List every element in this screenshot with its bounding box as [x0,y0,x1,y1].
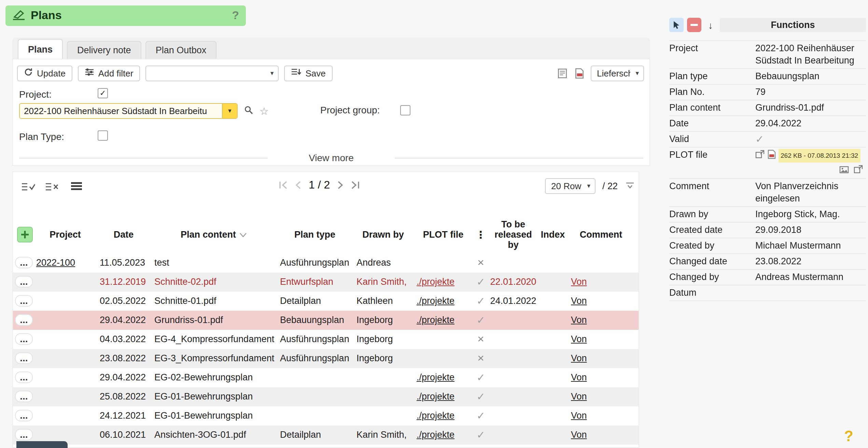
pdf-icon[interactable] [768,149,776,162]
preview-image-icon[interactable] [839,165,849,177]
table-row[interactable]: ... 04.03.2022 EG-4_Kompressorfundament … [13,330,639,349]
tab-plan-outbox[interactable]: Plan Outbox [145,41,217,59]
comment-link[interactable]: Von [571,391,587,402]
plot-file-link[interactable]: ./projekte [417,277,454,287]
tab-delivery-note[interactable]: Delivery note [67,41,141,59]
cell-date: 06.10.2021 [96,425,151,445]
col-header-project[interactable]: Project [34,216,96,253]
table-row[interactable]: ... 29.04.2022 Grundriss-01.pdf Bebauung… [13,311,639,330]
table-row[interactable]: ... 2022-100 11.05.2023 test Ausführungs… [13,253,639,272]
table-row[interactable]: ... 31.12.2019 Schnitte-02.pdf Entwurfsp… [13,272,639,292]
cell-drawn-by: Ingeborg [353,311,413,330]
row-menu-button[interactable]: ... [15,371,33,383]
save-button[interactable]: Save [284,65,332,81]
plot-file-link[interactable]: ./projekte [417,391,454,402]
field-created-by: Created by Michael Mustermann [669,238,866,254]
project-filter-checkbox[interactable]: ✓ [98,88,108,98]
release-status-icon: ✓ [476,368,485,387]
details-fields: Project 2022-100 Reihenhäuser Südstadt I… [669,40,866,301]
cell-to-be-released-by [488,425,538,445]
cell-plan-content: EG-01-Bewehrungsplan [151,387,277,406]
first-page-icon[interactable] [278,180,288,190]
comment-link[interactable]: Von [571,277,587,287]
table-row[interactable]: ... 25.08.2022 EG-01-Bewehrungsplan ./pr… [13,387,639,406]
add-filter-button[interactable]: Add filter [78,65,140,81]
comment-link[interactable]: Von [571,410,587,421]
cell-index [538,349,568,368]
plot-file-link[interactable]: ./projekte [417,372,454,382]
comment-link[interactable]: Von [571,296,587,306]
project-group-checkbox[interactable] [400,105,410,115]
saved-filter-select[interactable]: ▼ [145,65,279,81]
header-help-icon[interactable]: ? [232,9,239,23]
row-menu-button[interactable]: ... [15,429,33,440]
row-menu-button[interactable]: ... [15,409,33,421]
row-menu-button[interactable]: ... [15,276,33,287]
select-rows-icon[interactable] [21,182,36,194]
favorite-star-icon[interactable]: ☆ [260,106,269,116]
tab-plans[interactable]: Plans [18,39,63,59]
view-more-link[interactable]: View more [309,152,354,163]
comment-link[interactable]: Von [571,353,587,363]
row-menu-button[interactable]: ... [15,295,33,306]
table-row[interactable]: ... 24.12.2021 EG-01-Bewehrungsplan ./pr… [13,406,639,425]
functions-header[interactable]: Functions [720,18,866,32]
row-menu-button[interactable]: ... [15,352,33,364]
plot-file-link[interactable]: ./projekte [417,315,454,325]
combobox-dropdown-button[interactable]: ▼ [222,104,237,118]
comment-link[interactable]: Von [571,372,587,382]
last-page-icon[interactable] [350,180,361,190]
col-header-plan-content[interactable]: Plan content [151,216,277,253]
col-header-plan-type[interactable]: Plan type [277,216,353,253]
search-icon[interactable] [244,105,253,117]
page-title: Plans [31,9,62,23]
plot-file-link[interactable]: ./projekte [417,410,454,421]
row-menu-button[interactable]: ... [15,314,33,325]
col-header-status-icon[interactable]: ⋮ [473,216,488,253]
comment-link[interactable]: Von [571,315,587,325]
pdf-export-icon[interactable] [574,67,585,79]
deselect-rows-icon[interactable] [45,182,60,194]
row-menu-button[interactable]: ... [15,256,33,268]
open-external-icon[interactable] [854,165,863,177]
project-link[interactable]: 2022-100 [36,257,75,268]
table-row[interactable]: ... 02.05.2022 Schnitte-01.pdf Detailpla… [13,292,639,311]
update-button[interactable]: Update [17,65,72,81]
open-external-icon[interactable] [755,150,765,162]
release-status-icon: × [477,349,484,368]
delivery-note-select[interactable]: Lieferschein ▼ [591,65,644,81]
down-arrow-icon[interactable]: ↓ [708,19,713,30]
corner-help-icon[interactable]: ? [844,428,853,445]
col-header-comment[interactable]: Comment [568,216,634,253]
next-page-icon[interactable] [337,180,344,190]
report-icon[interactable] [557,67,568,79]
table-row[interactable]: ... 06.10.2021 Ansichten-3OG-01.pdf Deta… [13,425,639,445]
cell-plan-content: Grundriss-01.pdf [151,311,277,330]
cell-drawn-by: Andreas [353,253,413,272]
comment-link[interactable]: Von [571,334,587,344]
remove-icon[interactable] [687,18,701,32]
prev-page-icon[interactable] [294,180,301,190]
cursor-tool-icon[interactable] [669,18,684,32]
col-header-drawn-by[interactable]: Drawn by [353,216,413,253]
plan-type-checkbox[interactable] [98,130,108,141]
column-options-icon[interactable] [626,181,634,192]
table-row[interactable]: ... 29.04.2022 EG-02-Bewehrungsplan ./pr… [13,368,639,387]
row-menu-cell: ... [13,311,34,330]
rows-per-page-select[interactable]: 20 Row ▼ [545,178,596,194]
col-header-index[interactable]: Index [538,216,568,253]
comment-link[interactable]: Von [571,430,587,440]
cell-plan-content: Schnitte-02.pdf [151,272,277,292]
table-row[interactable]: ... [13,445,639,448]
col-header-plot-file[interactable]: PLOT file [413,216,473,253]
row-menu-button[interactable]: ... [15,390,33,402]
col-header-date[interactable]: Date [96,216,151,253]
plot-file-link[interactable]: ./projekte [417,296,454,306]
table-row[interactable]: ... 23.08.2022 EG-3_Kompressorfundament … [13,349,639,368]
row-menu-button[interactable]: ... [15,333,33,345]
menu-icon[interactable] [70,182,83,193]
plot-file-link[interactable]: ./projekte [417,430,454,440]
col-header-to-be-released-by[interactable]: To be released by [488,216,538,253]
project-combobox[interactable]: 2022-100 Reihenhäuser Südstadt In Bearbe… [19,103,238,119]
add-plan-button[interactable] [17,227,33,242]
